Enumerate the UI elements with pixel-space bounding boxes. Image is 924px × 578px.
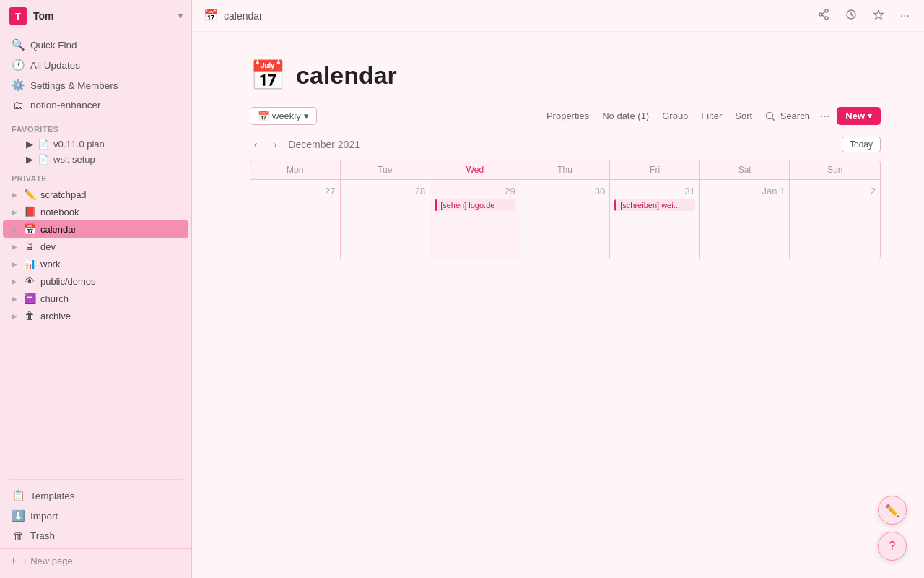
cal-toolbar-left: 📅 weekly ▾ (250, 107, 317, 125)
favorite-button[interactable] (870, 7, 887, 25)
v011-icon: 📄 (38, 139, 49, 150)
day-header-sun: Sun (790, 160, 880, 179)
sort-button[interactable]: Sort (732, 109, 755, 123)
new-page-label: + New page (22, 556, 73, 566)
calendar-cell-27[interactable]: 27 (250, 179, 341, 259)
v011-label: v0.11.0 plan (53, 139, 105, 150)
page-content: 📅 calendar 📅 weekly ▾ Properties No date… (192, 32, 924, 578)
help-float-button[interactable]: ? (878, 532, 907, 561)
notebook-icon: 📕 (23, 206, 36, 217)
day-header-sat: Sat (700, 160, 790, 179)
page-big-icon: 📅 (250, 61, 286, 90)
day-number-jan1: Jan 1 (705, 186, 785, 197)
sidebar-item-calendar[interactable]: ▶ 📅 calendar (3, 220, 188, 238)
calendar-month-nav: ‹ › December 2021 Today (250, 137, 881, 152)
calendar-event-schreiben[interactable]: [schreiben] wei... (614, 199, 695, 211)
day-number-30: 30 (525, 186, 606, 197)
workspace-name: Tom (33, 10, 173, 22)
no-date-button[interactable]: No date (1) (599, 109, 652, 123)
topbar-left: 📅 calendar (204, 9, 263, 22)
history-button[interactable] (842, 7, 860, 25)
work-icon: 📊 (23, 258, 36, 269)
weekly-chevron-icon: ▾ (304, 111, 309, 121)
new-page-button[interactable]: ＋ + New page (0, 548, 191, 572)
svg-line-8 (772, 118, 775, 121)
expand-arrow-publicdemos: ▶ (12, 277, 17, 285)
workspace-chevron-icon: ▾ (178, 11, 183, 21)
new-chevron-icon: ▾ (868, 111, 872, 121)
templates-label: Templates (30, 491, 75, 501)
sidebar-item-all-updates[interactable]: 🕐 All Updates (3, 55, 188, 75)
scratchpad-label: scratchpad (40, 189, 87, 200)
quick-find-icon: 🔍 (12, 38, 25, 51)
new-record-button[interactable]: New ▾ (837, 107, 881, 125)
settings-icon: ⚙️ (12, 79, 25, 92)
trash-icon: 🗑 (12, 530, 25, 542)
calendar-event-sehen[interactable]: [sehen] logo.de (435, 199, 515, 211)
calendar-cell-28[interactable]: 28 (341, 179, 431, 259)
calendar-cell-2[interactable]: 2 (790, 179, 880, 259)
main-content: 📅 calendar ··· 📅 calendar (192, 0, 924, 578)
next-month-button[interactable]: › (269, 137, 282, 152)
dev-icon: 🖥 (23, 241, 36, 252)
sidebar-item-quick-find[interactable]: 🔍 Quick Find (3, 35, 188, 55)
notion-enhancer-icon: 🗂 (12, 99, 25, 111)
search-button[interactable]: Search (762, 109, 813, 124)
calendar-cell-31[interactable]: 31 [schreiben] wei... (610, 179, 700, 259)
sidebar-item-scratchpad[interactable]: ▶ ✏️ scratchpad (3, 186, 188, 203)
sidebar-item-archive[interactable]: ▶ 🗑 archive (3, 307, 188, 324)
weekly-view-button[interactable]: 📅 weekly ▾ (250, 107, 317, 125)
private-label: PRIVATE (0, 167, 191, 186)
sidebar-item-publicdemos[interactable]: ▶ 👁 public/demos (3, 272, 188, 290)
import-label: Import (30, 511, 58, 522)
today-button[interactable]: Today (842, 137, 881, 152)
sidebar-item-templates[interactable]: 📋 Templates (3, 486, 188, 506)
topbar-title: calendar (224, 10, 263, 22)
sidebar-divider (9, 479, 183, 480)
expand-arrow-church: ▶ (12, 295, 17, 303)
sidebar-item-work[interactable]: ▶ 📊 work (3, 255, 188, 272)
sidebar-item-v011[interactable]: ▶ 📄 v0.11.0 plan (3, 137, 188, 152)
sidebar-item-church[interactable]: ▶ ✝️ church (3, 290, 188, 307)
share-button[interactable] (815, 7, 832, 25)
day-number-29: 29 (435, 186, 515, 197)
notion-enhancer-label: notion-enhancer (30, 100, 101, 111)
day-number-27: 27 (255, 186, 336, 197)
page-title: calendar (296, 61, 397, 90)
workspace-header[interactable]: T Tom ▾ (0, 0, 191, 32)
properties-button[interactable]: Properties (544, 109, 592, 123)
quick-find-label: Quick Find (30, 40, 77, 51)
sidebar-item-import[interactable]: ⬇️ Import (3, 506, 188, 526)
topbar-page-icon: 📅 (204, 9, 218, 22)
trash-label: Trash (30, 530, 55, 541)
expand-arrow-work: ▶ (12, 260, 17, 268)
calendar-grid: Mon Tue Wed Thu Fri Sat Sun 27 28 (250, 160, 881, 259)
new-label: New (845, 111, 865, 121)
new-page-plus-icon: ＋ (9, 554, 18, 567)
sidebar-item-dev[interactable]: ▶ 🖥 dev (3, 238, 188, 255)
import-icon: ⬇️ (12, 509, 25, 522)
calendar-toolbar: 📅 weekly ▾ Properties No date (1) Group … (250, 107, 881, 125)
svg-point-0 (825, 9, 828, 12)
sidebar-item-wsl[interactable]: ▶ 📄 wsl: setup (3, 152, 188, 167)
edit-float-button[interactable]: ✏️ (878, 496, 907, 525)
sidebar-item-notebook[interactable]: ▶ 📕 notebook (3, 203, 188, 220)
svg-marker-6 (873, 10, 883, 19)
expand-arrow-wsl: ▶ (26, 154, 33, 165)
notebook-label: notebook (40, 207, 79, 217)
sidebar-item-settings[interactable]: ⚙️ Settings & Members (3, 75, 188, 95)
sidebar-item-notion-enhancer[interactable]: 🗂 notion-enhancer (3, 95, 188, 115)
prev-month-button[interactable]: ‹ (250, 137, 262, 152)
cal-more-button[interactable]: ··· (820, 110, 829, 123)
group-button[interactable]: Group (659, 109, 691, 123)
sidebar-item-trash[interactable]: 🗑 Trash (3, 526, 188, 545)
more-options-button[interactable]: ··· (897, 8, 912, 24)
expand-arrow-v011: ▶ (26, 139, 33, 150)
calendar-cell-30[interactable]: 30 (520, 179, 611, 259)
calendar-cell-jan1[interactable]: Jan 1 (700, 179, 790, 259)
filter-button[interactable]: Filter (698, 109, 725, 123)
calendar-cell-29[interactable]: 29 [sehen] logo.de (430, 179, 520, 259)
scratchpad-icon: ✏️ (23, 189, 36, 200)
expand-arrow-notebook: ▶ (12, 208, 17, 216)
weekly-label: weekly (272, 111, 301, 121)
